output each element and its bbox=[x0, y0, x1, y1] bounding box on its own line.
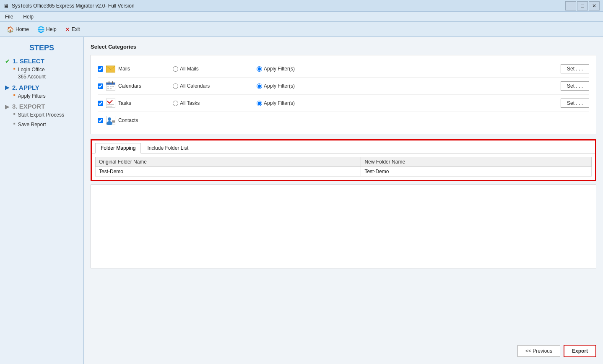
step-1: ✔ 1. SELECT ■ Login Office365 Account bbox=[5, 57, 78, 81]
nav-exit[interactable]: ✕ Exit bbox=[62, 24, 83, 34]
tab-include-folder-list[interactable]: Include Folder List bbox=[142, 143, 194, 153]
folder-mapping-table: Original Folder Name New Folder Name Tes… bbox=[95, 157, 592, 177]
step2-arrow-icon: ▶ bbox=[5, 84, 10, 91]
step2-bullet: ■ bbox=[13, 93, 16, 97]
step2-sub-filters: ■ Apply Filters bbox=[13, 93, 78, 100]
content-area: Select Categories Mails All Mails bbox=[84, 37, 603, 364]
nav-help[interactable]: 🌐 Help bbox=[34, 24, 60, 34]
svg-rect-17 bbox=[112, 121, 115, 122]
svg-rect-16 bbox=[112, 120, 115, 121]
mails-filter-radio-label[interactable]: Apply Filter(s) bbox=[257, 66, 295, 72]
calendars-filter-radio[interactable] bbox=[257, 83, 262, 89]
mails-checkbox[interactable] bbox=[98, 66, 103, 72]
nav-help-label: Help bbox=[46, 26, 57, 32]
tasks-set-button[interactable]: Set . . . bbox=[561, 99, 589, 108]
svg-rect-18 bbox=[112, 122, 115, 123]
calendars-label: Calendars bbox=[118, 83, 173, 89]
svg-rect-5 bbox=[107, 86, 109, 87]
mails-icon bbox=[106, 64, 116, 74]
calendars-all-radio[interactable] bbox=[173, 83, 178, 89]
nav-home[interactable]: 🏠 Home bbox=[3, 24, 32, 34]
menu-help[interactable]: Help bbox=[21, 13, 35, 21]
exit-icon: ✕ bbox=[65, 26, 70, 33]
mails-label: Mails bbox=[118, 66, 173, 72]
tasks-radio-group: All Tasks bbox=[173, 100, 257, 106]
tasks-all-radio-label[interactable]: All Tasks bbox=[173, 100, 200, 106]
categories-area: Mails All Mails Apply Filter(s) Set . . … bbox=[91, 55, 596, 134]
original-folder-cell: Test-Demo bbox=[96, 167, 361, 177]
previous-button[interactable]: << Previous bbox=[517, 345, 560, 357]
tasks-filter-group: Apply Filter(s) bbox=[257, 100, 561, 106]
contacts-icon bbox=[106, 115, 116, 125]
contacts-checkbox[interactable] bbox=[98, 118, 103, 123]
empty-content-area bbox=[91, 185, 596, 268]
tasks-all-radio[interactable] bbox=[173, 101, 178, 106]
title-bar: 🖥 SysTools Office365 Express Migrator v2… bbox=[0, 0, 603, 12]
calendars-filter-group: Apply Filter(s) bbox=[257, 83, 561, 89]
contacts-label: Contacts bbox=[118, 117, 173, 123]
minimize-button[interactable]: ─ bbox=[565, 1, 576, 10]
category-row-contacts: Contacts bbox=[98, 112, 589, 129]
category-row-tasks: Tasks All Tasks Apply Filter(s) Set . . … bbox=[98, 95, 589, 112]
svg-rect-8 bbox=[107, 88, 109, 89]
export-button[interactable]: Export bbox=[564, 345, 596, 357]
step2-filters-label: Apply Filters bbox=[18, 93, 46, 100]
folder-mapping-container: Folder Mapping Include Folder List Origi… bbox=[91, 139, 596, 181]
tasks-filter-radio-label[interactable]: Apply Filter(s) bbox=[257, 100, 295, 106]
menu-file[interactable]: File bbox=[3, 13, 15, 21]
category-row-mails: Mails All Mails Apply Filter(s) Set . . … bbox=[98, 60, 589, 78]
app-icon: 🖥 bbox=[3, 3, 9, 9]
maximize-button[interactable]: □ bbox=[577, 1, 588, 10]
calendars-checkbox[interactable] bbox=[98, 83, 103, 89]
tasks-label: Tasks bbox=[118, 100, 173, 106]
svg-rect-6 bbox=[110, 86, 112, 87]
step3-export-bullet: ■ bbox=[13, 112, 16, 116]
calendars-filter-radio-label[interactable]: Apply Filter(s) bbox=[257, 83, 295, 89]
mails-all-radio[interactable] bbox=[173, 66, 178, 72]
tasks-filter-radio[interactable] bbox=[257, 101, 262, 106]
step-3: ▶ 3. EXPORT ■ Start Export Process ■ Sav… bbox=[5, 103, 78, 128]
mails-all-radio-label[interactable]: All Mails bbox=[173, 66, 199, 72]
step3-report-label: Save Report bbox=[18, 121, 46, 128]
calendars-all-radio-label[interactable]: All Calendars bbox=[173, 83, 210, 89]
main-layout: STEPS ✔ 1. SELECT ■ Login Office365 Acco… bbox=[0, 37, 603, 364]
tab-folder-mapping[interactable]: Folder Mapping bbox=[95, 143, 141, 153]
step1-sub-login: ■ Login Office365 Account bbox=[13, 66, 78, 81]
new-folder-cell: Test-Demo bbox=[361, 167, 592, 177]
tasks-checkbox[interactable] bbox=[98, 101, 103, 106]
mails-filter-group: Apply Filter(s) bbox=[257, 66, 561, 72]
category-row-calendars: Calendars All Calendars Apply Filter(s) … bbox=[98, 78, 589, 95]
svg-rect-9 bbox=[110, 88, 112, 89]
nav-home-label: Home bbox=[16, 26, 29, 32]
folder-tabs: Folder Mapping Include Folder List bbox=[92, 140, 595, 153]
step3-arrow-icon: ▶ bbox=[5, 103, 10, 110]
col-new-folder: New Folder Name bbox=[361, 157, 592, 167]
col-original-folder: Original Folder Name bbox=[96, 157, 361, 167]
step3-number: 3. EXPORT bbox=[12, 103, 45, 110]
sidebar: STEPS ✔ 1. SELECT ■ Login Office365 Acco… bbox=[0, 37, 84, 364]
svg-rect-10 bbox=[106, 99, 115, 108]
step1-login-label: Login Office365 Account bbox=[18, 66, 46, 81]
folder-mapping-content: Original Folder Name New Folder Name Tes… bbox=[92, 153, 595, 180]
nav-bar: 🏠 Home 🌐 Help ✕ Exit bbox=[0, 22, 603, 37]
svg-rect-2 bbox=[106, 83, 115, 85]
svg-point-14 bbox=[108, 117, 111, 121]
steps-title: STEPS bbox=[5, 44, 78, 52]
step3-sub-export: ■ Start Export Process bbox=[13, 112, 78, 119]
select-categories-title: Select Categories bbox=[91, 44, 596, 50]
app-title: SysTools Office365 Express Migrator v2.0… bbox=[12, 3, 135, 9]
mails-set-button[interactable]: Set . . . bbox=[561, 64, 589, 73]
help-icon: 🌐 bbox=[37, 26, 44, 33]
calendars-set-button[interactable]: Set . . . bbox=[561, 81, 589, 91]
mails-radio-group: All Mails bbox=[173, 66, 257, 72]
step3-sub-report: ■ Save Report bbox=[13, 121, 78, 128]
table-row: Test-Demo Test-Demo bbox=[96, 167, 592, 177]
step3-export-label: Start Export Process bbox=[18, 112, 64, 119]
close-button[interactable]: ✕ bbox=[589, 1, 600, 10]
tasks-icon bbox=[106, 98, 116, 108]
step1-bullet: ■ bbox=[13, 67, 16, 70]
svg-rect-7 bbox=[112, 86, 114, 87]
step1-number: 1. SELECT bbox=[13, 57, 44, 65]
mails-filter-radio[interactable] bbox=[257, 66, 262, 72]
nav-exit-label: Exit bbox=[72, 26, 80, 32]
